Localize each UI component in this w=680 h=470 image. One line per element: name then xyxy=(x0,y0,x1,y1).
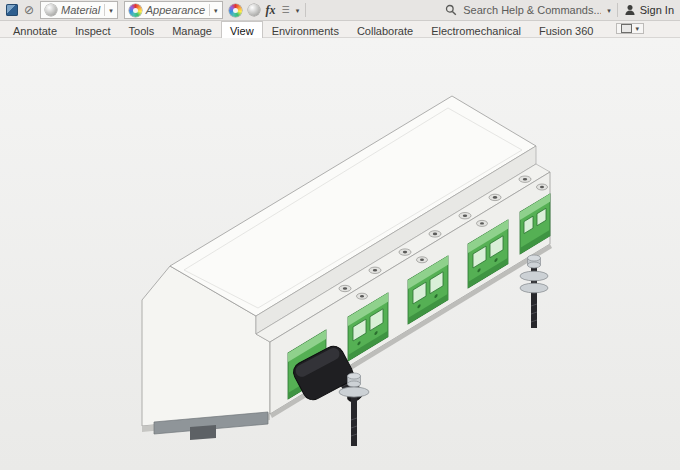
tab-inspect[interactable]: Inspect xyxy=(66,21,119,37)
model-3d[interactable] xyxy=(0,38,680,470)
help-search[interactable]: ▾ xyxy=(445,3,611,17)
tab-manage[interactable]: Manage xyxy=(163,21,221,37)
search-input[interactable] xyxy=(461,3,603,17)
toolbar-overflow-chevron-icon[interactable]: ▾ xyxy=(296,7,300,14)
material-value: Material xyxy=(61,4,100,16)
tab-collaborate[interactable]: Collaborate xyxy=(348,21,422,37)
chevron-down-icon[interactable]: ▾ xyxy=(104,4,113,16)
chevron-down-icon: ▾ xyxy=(635,25,639,32)
adjust-appearance-icon[interactable] xyxy=(229,4,242,17)
tab-environments[interactable]: Environments xyxy=(263,21,348,37)
parameters-fx-icon[interactable]: fx xyxy=(266,3,276,18)
material-dropdown[interactable]: Material ▾ xyxy=(40,1,118,19)
material-sphere-icon xyxy=(45,4,57,16)
chevron-down-icon[interactable]: ▾ xyxy=(209,4,218,16)
cube-icon[interactable] xyxy=(6,4,18,16)
material-ball-icon[interactable] xyxy=(248,4,260,16)
tab-view[interactable]: View xyxy=(221,21,263,38)
toolbar-separator xyxy=(305,3,306,17)
panel-icon xyxy=(621,24,632,33)
ribbon-tab-bar: Annotate Inspect Tools Manage View Envir… xyxy=(0,21,680,38)
tab-tools[interactable]: Tools xyxy=(120,21,164,37)
search-icon xyxy=(445,4,457,16)
tab-fusion-360[interactable]: Fusion 360 xyxy=(530,21,602,37)
din-rail-clip[interactable] xyxy=(190,425,216,440)
ribbon-display-toggle[interactable]: ▾ xyxy=(616,23,644,34)
sign-in-button[interactable]: Sign In xyxy=(624,4,674,16)
search-chevron-icon[interactable]: ▾ xyxy=(607,7,611,14)
tab-electromechanical[interactable]: Electromechanical xyxy=(422,21,530,37)
appearance-dropdown[interactable]: Appearance ▾ xyxy=(124,1,223,19)
appearance-value: Appearance xyxy=(146,4,205,16)
mounting-bolt-2[interactable] xyxy=(520,255,548,328)
person-icon xyxy=(624,4,636,16)
list-icon[interactable]: ☰ xyxy=(282,4,290,16)
viewport-3d[interactable] xyxy=(0,38,680,470)
sign-in-label: Sign In xyxy=(640,4,674,16)
tab-annotate[interactable]: Annotate xyxy=(4,21,66,37)
no-material-icon[interactable]: ⊘ xyxy=(24,4,34,16)
quick-access-toolbar: ⊘ Material ▾ Appearance ▾ fx ☰ ▾ ▾ xyxy=(0,0,680,21)
color-wheel-icon xyxy=(129,4,142,17)
toolbar-separator xyxy=(617,3,618,17)
